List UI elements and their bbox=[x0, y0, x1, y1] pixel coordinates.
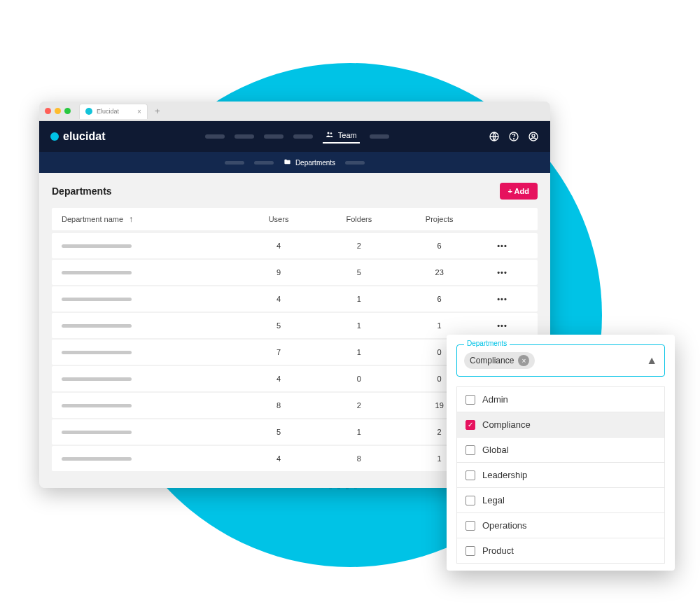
col-header-folders[interactable]: Folders bbox=[318, 215, 399, 223]
selected-chip: Compliance × bbox=[464, 352, 535, 369]
checkbox-icon[interactable] bbox=[465, 445, 475, 455]
table-row[interactable]: 416••• bbox=[52, 286, 538, 312]
option-admin[interactable]: Admin bbox=[457, 386, 664, 412]
table-row[interactable]: 9523••• bbox=[52, 260, 538, 285]
subnav-item-placeholder[interactable] bbox=[254, 161, 274, 165]
svg-point-0 bbox=[327, 132, 329, 134]
name-placeholder bbox=[62, 404, 132, 407]
cell-folders: 5 bbox=[318, 268, 399, 277]
cell-users: 4 bbox=[239, 375, 319, 383]
secondary-nav: Departments bbox=[39, 152, 550, 173]
sort-asc-icon: ↑ bbox=[129, 214, 133, 224]
checkbox-icon[interactable] bbox=[465, 521, 475, 531]
row-actions-menu-icon[interactable]: ••• bbox=[479, 295, 528, 303]
nav-item-team[interactable]: Team bbox=[323, 130, 360, 144]
name-placeholder bbox=[62, 377, 132, 381]
cell-users: 4 bbox=[239, 295, 319, 303]
cell-folders: 8 bbox=[318, 454, 399, 463]
cell-projects: 6 bbox=[399, 242, 479, 250]
brand-name: elucidat bbox=[63, 130, 105, 143]
col-header-projects[interactable]: Projects bbox=[399, 215, 479, 223]
nav-item-placeholder[interactable] bbox=[370, 134, 389, 139]
checkbox-icon[interactable] bbox=[465, 496, 475, 505]
cell-department-name bbox=[62, 271, 239, 274]
checkbox-icon[interactable]: ✓ bbox=[465, 420, 475, 430]
chip-label: Compliance bbox=[470, 356, 514, 365]
help-icon[interactable] bbox=[508, 131, 519, 142]
caret-up-icon[interactable]: ▲ bbox=[646, 354, 657, 367]
minimize-window-icon[interactable] bbox=[55, 108, 61, 114]
option-operations[interactable]: Operations bbox=[457, 512, 664, 538]
options-list: Admin✓ComplianceGlobalLeadershipLegalOpe… bbox=[456, 386, 665, 564]
checkbox-icon[interactable] bbox=[465, 395, 475, 405]
cell-projects: 23 bbox=[399, 268, 479, 277]
new-tab-button[interactable]: + bbox=[155, 106, 160, 116]
cell-department-name bbox=[62, 404, 239, 407]
cell-folders: 2 bbox=[318, 401, 399, 410]
row-actions-menu-icon[interactable]: ••• bbox=[479, 242, 528, 250]
row-actions-menu-icon[interactable]: ••• bbox=[479, 321, 528, 330]
app-topbar: elucidat Team bbox=[39, 121, 550, 152]
option-global[interactable]: Global bbox=[457, 437, 664, 462]
option-label: Product bbox=[482, 545, 514, 556]
svg-point-6 bbox=[532, 134, 535, 137]
nav-item-placeholder[interactable] bbox=[264, 134, 284, 139]
option-label: Compliance bbox=[482, 419, 531, 430]
account-icon[interactable] bbox=[528, 131, 539, 142]
cell-folders: 1 bbox=[318, 348, 399, 356]
close-window-icon[interactable] bbox=[45, 108, 51, 114]
nav-item-label: Team bbox=[338, 131, 357, 139]
table-header: Department name ↑ Users Folders Projects bbox=[52, 208, 538, 230]
checkbox-icon[interactable] bbox=[465, 470, 475, 480]
cell-projects: 1 bbox=[399, 321, 479, 330]
svg-point-1 bbox=[330, 132, 332, 134]
option-compliance[interactable]: ✓Compliance bbox=[457, 412, 664, 437]
row-actions-menu-icon[interactable]: ••• bbox=[479, 268, 528, 277]
departments-select[interactable]: Departments Compliance × ▲ bbox=[456, 344, 665, 377]
subnav-item-departments[interactable]: Departments bbox=[284, 158, 335, 167]
option-label: Admin bbox=[482, 394, 508, 405]
tab-favicon bbox=[85, 108, 92, 115]
option-label: Operations bbox=[482, 520, 527, 531]
chip-remove-icon[interactable]: × bbox=[518, 355, 529, 366]
browser-tab[interactable]: Elucidat × bbox=[79, 104, 148, 119]
subnav-item-placeholder[interactable] bbox=[225, 161, 244, 165]
option-leadership[interactable]: Leadership bbox=[457, 462, 664, 487]
name-placeholder bbox=[62, 431, 132, 434]
brand-mark-icon bbox=[50, 132, 59, 141]
nav-item-placeholder[interactable] bbox=[205, 134, 225, 139]
checkbox-icon[interactable] bbox=[465, 546, 475, 556]
cell-department-name bbox=[62, 324, 239, 328]
cell-department-name bbox=[62, 351, 239, 354]
tab-title: Elucidat bbox=[97, 108, 119, 115]
col-header-name[interactable]: Department name ↑ bbox=[62, 214, 239, 224]
tab-close-icon[interactable]: × bbox=[137, 108, 141, 116]
nav-item-placeholder[interactable] bbox=[234, 134, 254, 139]
cell-folders: 0 bbox=[318, 375, 399, 383]
option-legal[interactable]: Legal bbox=[457, 487, 664, 512]
globe-icon[interactable] bbox=[489, 131, 500, 142]
option-label: Global bbox=[482, 445, 509, 455]
cell-projects: 6 bbox=[399, 295, 479, 303]
cell-users: 7 bbox=[239, 348, 319, 356]
maximize-window-icon[interactable] bbox=[64, 108, 71, 114]
brand-logo[interactable]: elucidat bbox=[50, 130, 105, 143]
option-product[interactable]: Product bbox=[457, 538, 664, 563]
cell-users: 5 bbox=[239, 321, 319, 330]
browser-titlebar: Elucidat × + bbox=[39, 102, 550, 121]
cell-users: 4 bbox=[239, 242, 319, 250]
nav-item-placeholder[interactable] bbox=[293, 134, 313, 139]
page-title: Departments bbox=[52, 186, 112, 197]
table-row[interactable]: 426••• bbox=[52, 233, 538, 258]
option-label: Leadership bbox=[482, 470, 527, 480]
header-actions bbox=[489, 131, 539, 142]
cell-users: 4 bbox=[239, 454, 319, 463]
cell-users: 5 bbox=[239, 428, 319, 436]
cell-users: 8 bbox=[239, 401, 319, 410]
col-header-users[interactable]: Users bbox=[239, 215, 319, 223]
cell-folders: 1 bbox=[318, 428, 399, 436]
add-department-button[interactable]: + Add bbox=[500, 183, 538, 200]
folder-icon bbox=[284, 158, 291, 167]
cell-folders: 1 bbox=[318, 321, 399, 330]
subnav-item-placeholder[interactable] bbox=[345, 161, 365, 165]
